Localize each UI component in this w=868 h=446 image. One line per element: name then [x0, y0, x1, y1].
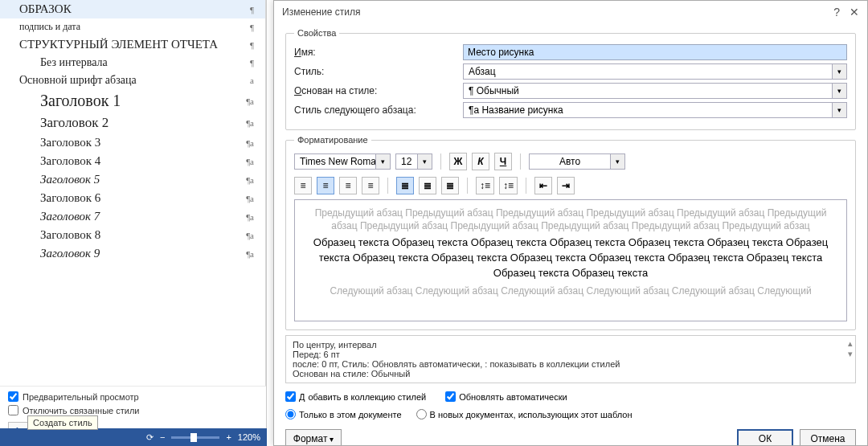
zoom-out-button[interactable]: −: [160, 432, 165, 442]
paragraph-mark-icon: ¶a: [246, 212, 254, 222]
underline-button[interactable]: Ч: [494, 153, 512, 170]
paragraph-mark-icon: ¶a: [246, 175, 254, 185]
only-doc-radio[interactable]: Только в этом документе: [285, 409, 402, 419]
preview-checkbox[interactable]: Предварительный просмотр: [8, 391, 258, 402]
chevron-down-icon[interactable]: ▾: [833, 63, 847, 80]
ok-button[interactable]: ОК: [737, 429, 793, 445]
formatting-legend: Форматирование: [294, 135, 371, 145]
style-item[interactable]: СТРУКТУРНЫЙ ЭЛЕМЕНТ ОТЧЕТА¶: [0, 35, 265, 54]
font-color-combo[interactable]: Авто▾: [529, 153, 625, 170]
linked-checkbox[interactable]: Отключить связанные стили: [8, 405, 258, 415]
paragraph-mark-icon: ¶a: [246, 231, 254, 240]
properties-legend: Свойства: [294, 28, 339, 38]
style-item[interactable]: Заголовок 6¶a: [0, 189, 265, 207]
style-item[interactable]: Заголовок 3¶a: [0, 133, 265, 152]
summary-line-2: Перед: 6 пт: [293, 350, 849, 359]
next-style-label: Стиль следующего абзаца:: [294, 104, 463, 116]
space-before-dec-button[interactable]: ↕≡: [499, 177, 518, 194]
paragraph-mark-icon: ¶a: [246, 249, 254, 259]
style-item[interactable]: Заголовок 9¶a: [0, 244, 265, 263]
chevron-down-icon[interactable]: ▾: [833, 83, 847, 99]
cancel-button[interactable]: Отмена: [800, 429, 856, 445]
style-item[interactable]: Без интервала¶: [0, 54, 265, 72]
scroll-up-icon[interactable]: ▴▾: [848, 338, 853, 359]
linespacing-2-button[interactable]: ≣: [441, 177, 459, 194]
space-before-inc-button[interactable]: ↕≡: [476, 177, 494, 194]
style-item-label: Заголовок 2: [40, 115, 108, 131]
paragraph-mark-icon: ¶a: [246, 138, 254, 148]
paragraph-mark-icon: ¶: [250, 23, 254, 32]
bold-button[interactable]: Ж: [449, 153, 467, 170]
align-center-button[interactable]: ≡: [317, 177, 334, 194]
style-item[interactable]: Заголовок 5¶a: [0, 170, 265, 189]
style-type-label: Стиль:: [294, 66, 463, 77]
next-style-combo[interactable]: ¶a Название рисунка▾: [463, 102, 847, 118]
name-field[interactable]: [463, 44, 847, 60]
style-item[interactable]: Заголовок 7¶a: [0, 207, 265, 226]
linespacing-15-button[interactable]: ≣: [419, 177, 436, 194]
add-collection-checkbox[interactable]: Добавить в коллекцию стилей: [285, 391, 426, 402]
style-item[interactable]: Основной шрифт абзацаa: [0, 72, 265, 89]
style-item[interactable]: подпись и дата¶: [0, 18, 265, 35]
chevron-down-icon[interactable]: ▾: [833, 102, 847, 118]
preview-pane: Предыдущий абзац Предыдущий абзац Предыд…: [294, 199, 847, 321]
linespacing-1-button[interactable]: ≣: [396, 177, 414, 194]
paragraph-mark-icon: ¶a: [246, 194, 254, 203]
zoom-value[interactable]: 120%: [238, 432, 260, 442]
font-family-combo[interactable]: Times New Roman▾: [294, 153, 391, 170]
close-icon[interactable]: ✕: [850, 6, 859, 18]
style-item[interactable]: Заголовок 1¶a: [0, 89, 265, 113]
formatting-section: Форматирование Times New Roman▾ 12▾ Ж К …: [285, 135, 856, 330]
styles-list[interactable]: ОБРАЗОК¶подпись и дата¶СТРУКТУРНЫЙ ЭЛЕМЕ…: [0, 0, 266, 386]
style-item-label: Без интервала: [40, 56, 108, 69]
paragraph-mark-icon: ¶: [250, 40, 254, 50]
style-item-label: Заголовок 3: [40, 136, 100, 149]
style-item[interactable]: Заголовок 2¶a: [0, 113, 265, 133]
zoom-in-button[interactable]: +: [226, 432, 231, 442]
style-item[interactable]: ОБРАЗОК¶: [0, 0, 265, 18]
style-item[interactable]: Заголовок 4¶a: [0, 152, 265, 170]
styles-panel: ОБРАЗОК¶подпись и дата¶СТРУКТУРНЫЙ ЭЛЕМЕ…: [0, 0, 267, 446]
style-item-label: ОБРАЗОК: [19, 2, 72, 16]
style-item-label: СТРУКТУРНЫЙ ЭЛЕМЕНТ ОТЧЕТА: [19, 38, 218, 51]
based-on-combo[interactable]: ¶ Обычный▾: [463, 83, 847, 99]
style-item-label: Заголовок 7: [40, 210, 100, 223]
preview-prev: Предыдущий абзац Предыдущий абзац Предыд…: [306, 207, 835, 232]
summary-line-4: Основан на стиле: Обычный: [293, 369, 849, 378]
paragraph-mark-icon: ¶a: [246, 118, 254, 128]
indent-inc-button[interactable]: ⇥: [557, 177, 575, 194]
zoom-slider[interactable]: [171, 436, 219, 439]
paragraph-mark-icon: ¶: [250, 5, 254, 14]
help-icon[interactable]: ?: [833, 6, 840, 18]
italic-button[interactable]: К: [472, 153, 489, 170]
linked-checkbox-input[interactable]: [8, 405, 18, 415]
style-item-label: Заголовок 6: [40, 191, 100, 205]
align-left-button[interactable]: ≡: [294, 177, 312, 194]
style-item-label: Заголовок 8: [40, 228, 100, 242]
style-item-label: Основной шрифт абзаца: [19, 74, 137, 87]
new-docs-radio[interactable]: В новых документах, использующих этот ша…: [416, 409, 633, 419]
summary-line-1: По центру, интервал: [293, 340, 849, 350]
style-item-label: подпись и дата: [19, 21, 80, 33]
paragraph-mark-icon: ¶a: [246, 96, 254, 106]
style-type-combo[interactable]: Абзац▾: [463, 63, 847, 80]
align-right-button[interactable]: ≡: [339, 177, 357, 194]
chevron-down-icon: ▾: [611, 153, 625, 170]
font-size-combo[interactable]: 12▾: [395, 153, 432, 170]
auto-update-checkbox[interactable]: Обновлять автоматически: [445, 391, 567, 402]
preview-checkbox-input[interactable]: [8, 391, 18, 402]
record-icon[interactable]: ⟳: [146, 432, 154, 443]
indent-dec-button[interactable]: ⇤: [534, 177, 552, 194]
status-bar: ⟳ − + 120%: [0, 428, 267, 446]
style-item-label: Заголовок 1: [40, 92, 121, 110]
paragraph-mark-icon: ¶a: [246, 157, 254, 166]
based-on-label: Основан на стиле:: [294, 85, 463, 96]
preview-sample: Образец текста Образец текста Образец те…: [306, 235, 835, 281]
chevron-down-icon: ▾: [376, 153, 391, 170]
format-dropdown-button[interactable]: Формат: [285, 429, 342, 445]
summary-line-3: после: 0 пт, Стиль: Обновлять автоматиче…: [293, 359, 849, 369]
paragraph-mark-icon: ¶: [250, 58, 254, 68]
style-item[interactable]: Заголовок 8¶a: [0, 226, 265, 244]
dialog-titlebar[interactable]: Изменение стиля ? ✕: [274, 1, 867, 23]
align-justify-button[interactable]: ≡: [362, 177, 379, 194]
